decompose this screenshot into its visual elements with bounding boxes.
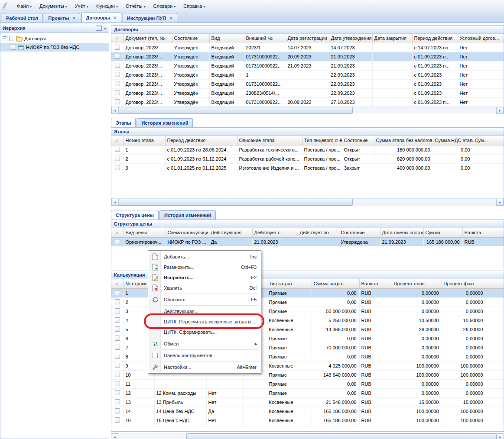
column-header[interactable]: Номер этапа: [124, 136, 165, 145]
menu-functions[interactable]: Функции▾: [92, 2, 122, 10]
select-all-header[interactable]: ✓: [111, 136, 124, 145]
column-header[interactable]: Сумма НДС этапа: [433, 136, 473, 145]
column-header[interactable]: Тип затрат: [267, 279, 312, 288]
table-row[interactable]: Договор, 2023/...УтверждёнВходящий017310…: [111, 61, 504, 70]
scroll-thumb[interactable]: [119, 107, 353, 114]
column-header[interactable]: Действует с: [252, 228, 298, 237]
column-header[interactable]: Действующая: [209, 228, 252, 237]
stages-hscrollbar[interactable]: ◄ ►: [111, 198, 504, 206]
menu-help[interactable]: Справка▾: [179, 2, 209, 10]
table-row[interactable]: Договор, 2023/...УтверждёнВходящий230823…: [111, 88, 504, 97]
row-checkbox[interactable]: [115, 363, 120, 368]
column-header[interactable]: Валюта: [359, 279, 392, 288]
row-checkbox[interactable]: [115, 299, 120, 304]
table-row[interactable]: Ориентировоч...НИОКР по ГОЗ ...Да21.09.2…: [111, 237, 504, 246]
table-row[interactable]: 11Прямые0,00RUB0,000000,00000: [111, 379, 504, 388]
row-checkbox[interactable]: [115, 390, 120, 395]
table-row[interactable]: Договор, 2023/...УтверждёнВходящий017310…: [111, 79, 504, 88]
row-checkbox[interactable]: [115, 417, 120, 423]
menu-item-duplicate[interactable]: Размножить... Ctrl+F3: [149, 262, 260, 272]
column-header[interactable]: Внешний №: [244, 34, 286, 43]
row-checkbox[interactable]: [115, 90, 120, 95]
column-header[interactable]: [486, 279, 504, 288]
main-hscrollbar[interactable]: ◄ ►: [111, 433, 504, 439]
table-row[interactable]: Договор, 2023/...УтверждёнВходящий017310…: [111, 52, 504, 61]
tab-stages-history[interactable]: История изменений: [137, 118, 193, 127]
table-row[interactable]: 1414 Цена без НДСДаКосвенные165 186 000,…: [111, 407, 504, 416]
scroll-right-icon[interactable]: ►: [497, 433, 504, 439]
scroll-right-icon[interactable]: ►: [496, 107, 504, 114]
column-header[interactable]: Дата смены состоя: [380, 228, 423, 237]
column-header[interactable]: Дата закрытия: [372, 34, 412, 43]
scroll-thumb[interactable]: [186, 433, 497, 439]
row-checkbox[interactable]: [115, 72, 120, 77]
collapse-panel-icon[interactable]: «: [104, 26, 107, 31]
row-checkbox[interactable]: [115, 99, 120, 104]
row-checkbox[interactable]: [115, 354, 120, 359]
row-checkbox[interactable]: [115, 336, 120, 341]
menu-documents[interactable]: Документы▾: [36, 2, 71, 10]
table-row[interactable]: 3с 01.01.2025 по 01.12.2025Изготовление …: [111, 163, 504, 172]
menu-item-exchange[interactable]: Обмен ▶: [149, 339, 260, 349]
table-row[interactable]: Договор, 2023/...УтверждёнВходящий2023/1…: [111, 43, 504, 52]
select-all-header[interactable]: ✓: [111, 34, 124, 43]
expander-icon[interactable]: −: [3, 36, 7, 41]
row-checkbox[interactable]: [115, 54, 120, 59]
row-checkbox[interactable]: [115, 308, 120, 313]
row-checkbox[interactable]: [115, 81, 120, 86]
table-row[interactable]: Договор, 2023/...УтверждёнВходящий122.09…: [111, 70, 504, 79]
row-checkbox[interactable]: [115, 372, 120, 377]
menu-item-delete[interactable]: Удалить Del: [149, 283, 260, 293]
tab-price-history[interactable]: История изменений: [159, 210, 216, 220]
column-header[interactable]: Сумма этапа без налогов: [374, 136, 433, 145]
tab-contracts[interactable]: Договоры✕: [81, 13, 121, 23]
row-checkbox[interactable]: [115, 290, 120, 295]
table-row[interactable]: 1212 Комм. расходыНетПрямые0,00RUB0,0000…: [111, 388, 504, 397]
column-header[interactable]: Процент план: [392, 279, 442, 288]
row-checkbox[interactable]: [115, 317, 120, 323]
table-row[interactable]: 1616 Цена с НДСНетКосвенные165 186 000,0…: [111, 416, 504, 425]
column-header[interactable]: Состояние: [339, 228, 380, 237]
tab-stages[interactable]: Этапы: [111, 118, 136, 127]
column-header[interactable]: Состояние: [172, 34, 209, 43]
column-header[interactable]: Сум...: [473, 136, 504, 145]
contracts-hscrollbar[interactable]: ◄ ►: [111, 107, 504, 114]
table-row[interactable]: Договор, 2023/...УтверждёнВходящий017310…: [111, 97, 504, 107]
row-checkbox[interactable]: [115, 165, 120, 170]
table-row[interactable]: 1313 ПрибыльНетКосвенные21 546 000,00RUB…: [111, 397, 504, 407]
column-header[interactable]: Сумма: [423, 228, 462, 237]
menu-dictionaries[interactable]: Словари▾: [149, 2, 179, 10]
scroll-left-icon[interactable]: ◄: [111, 433, 118, 439]
menu-item-add[interactable]: Добавить... Ins: [149, 252, 260, 262]
column-header[interactable]: Документ (тип, №: [124, 34, 172, 43]
scroll-left-icon[interactable]: ◄: [111, 107, 119, 114]
select-all-header[interactable]: ✓: [111, 279, 124, 288]
select-all-header[interactable]: ✓: [111, 228, 124, 237]
column-header[interactable]: Описание этапа: [237, 136, 302, 145]
tab-projects[interactable]: Проекты✕: [44, 13, 80, 23]
row-checkbox[interactable]: [115, 345, 120, 350]
column-header[interactable]: Действует по: [298, 228, 339, 237]
menu-item-toolbar[interactable]: Панель инструментов: [149, 350, 260, 361]
row-checkbox[interactable]: [115, 399, 120, 404]
menu-item-citk-recalc[interactable]: ЦИТК. Пересчитать косвенные затраты...: [149, 316, 260, 327]
menu-reports[interactable]: Отчёты▾: [122, 2, 149, 10]
tree-node-niokr[interactable]: НИОКР по ГОЗ без НДС: [0, 43, 109, 52]
menu-file[interactable]: Файл▾: [13, 2, 36, 10]
column-header[interactable]: Условный догов...: [458, 34, 504, 43]
tree-node-contracts[interactable]: − Договоры: [0, 34, 109, 43]
menu-item-current[interactable]: Действующая...: [149, 306, 260, 316]
menu-item-settings[interactable]: Настройки... Alt+Enter: [149, 362, 260, 372]
column-header[interactable]: Период действия: [165, 136, 237, 145]
close-icon[interactable]: ✕: [169, 16, 173, 20]
column-header[interactable]: Состояние: [342, 136, 374, 145]
column-header[interactable]: Вид: [209, 34, 244, 43]
tab-instructions[interactable]: Инструкции ПУП✕: [123, 13, 177, 23]
row-checkbox[interactable]: [115, 381, 120, 386]
column-header[interactable]: Процент факт: [442, 279, 486, 288]
tree-checkbox[interactable]: [9, 36, 14, 41]
menu-item-edit[interactable]: Исправить... F2: [149, 272, 260, 283]
scroll-thumb[interactable]: [119, 199, 353, 206]
tree-checkbox[interactable]: [11, 45, 16, 50]
menu-accounting[interactable]: Учёт▾: [71, 2, 92, 10]
